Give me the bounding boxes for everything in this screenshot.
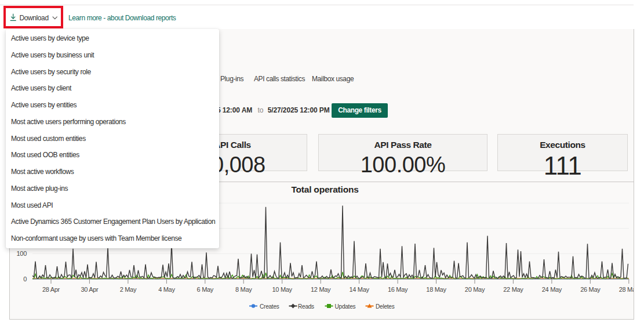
svg-text:4 May: 4 May — [158, 286, 175, 293]
svg-text:22 May: 22 May — [503, 286, 523, 293]
svg-text:2 May: 2 May — [120, 286, 137, 293]
svg-text:18 May: 18 May — [426, 286, 446, 293]
svg-text:100: 100 — [17, 250, 27, 257]
svg-text:28 Apr: 28 Apr — [42, 286, 60, 293]
svg-text:Reads: Reads — [298, 303, 314, 310]
svg-text:10 May: 10 May — [272, 286, 293, 293]
svg-text:8 May: 8 May — [235, 286, 252, 293]
svg-text:6 May: 6 May — [197, 286, 214, 293]
svg-text:26 May: 26 May — [580, 286, 601, 293]
svg-text:16 May: 16 May — [388, 286, 408, 293]
svg-text:28 May: 28 May — [619, 286, 634, 293]
svg-text:Creates: Creates — [260, 303, 279, 310]
svg-text:12 May: 12 May — [311, 286, 331, 293]
svg-text:20 May: 20 May — [465, 286, 485, 293]
svg-text:Deletes: Deletes — [376, 303, 395, 310]
svg-text:24 May: 24 May — [542, 286, 562, 293]
svg-text:0: 0 — [23, 276, 27, 282]
svg-text:30 Apr: 30 Apr — [81, 286, 99, 293]
svg-text:14 May: 14 May — [349, 286, 369, 293]
svg-text:Updates: Updates — [335, 303, 356, 310]
